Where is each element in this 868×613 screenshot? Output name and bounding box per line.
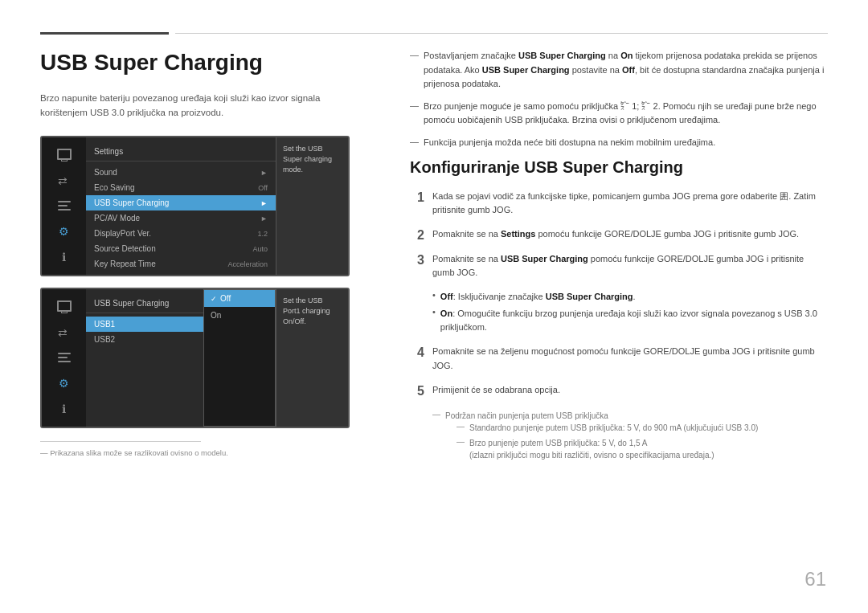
fn-sub-dash-1: — [457,422,465,431]
content-area: USB Super Charging Brzo napunite baterij… [40,49,828,589]
menu-item-value: 1.2 [257,230,268,238]
fn-sub-text-2: Brzo punjenje putem USB priključka: 5 V,… [469,437,714,461]
menu-item-label: Eco Saving [94,183,135,192]
right-column: — Postavljanjem značajke USB Super Charg… [402,49,828,589]
menu-item-label: Key Repeat Time [94,260,156,268]
settings-menu: Settings Sound ► Eco Saving Off USB Supe… [86,137,276,275]
menu-item-value: Acceleration [227,260,268,268]
monitor-mockup-2: ⚙ ℹ USB Super Charging USB1 USB2 [40,288,350,428]
submenu-item-usb2: USB2 [86,332,203,347]
fn-sub-container: — Standardno punjenje putem USB priključ… [457,422,758,461]
gear-icon-2: ⚙ [59,377,69,390]
footnote-section: — Podržan način punjenja putem USB prikl… [432,410,828,464]
monitor-icon-arrows2 [55,325,73,339]
menu-item-value: Off [258,184,268,192]
menu-item-arrow: ► [260,215,268,223]
top-line-dark [40,32,169,35]
footnote-item-1: — Podržan način punjenja putem USB prikl… [432,410,828,464]
fn-sub-dash-2: — [457,437,465,446]
bullet-item-off: • Off: Isključivanje značajke USB Super … [432,290,828,304]
submenu-header: USB Super Charging [86,296,203,313]
note-block-2: — Brzo punjenje moguće je samo pomoću pr… [410,100,828,128]
scroll-arrow: ▼ [86,273,276,276]
step-text-4: Pomaknite se na željenu mogućnost pomoću… [432,345,828,373]
left-column: USB Super Charging Brzo napunite baterij… [40,49,378,589]
footnote-content: Podržan način punjenja putem USB priklju… [445,410,758,464]
menu-hint-2: Set the USB Port1 charging On/Off. [276,289,348,427]
fn-text-main: Podržan način punjenja putem USB priklju… [445,410,758,422]
monitor-icon-gear2: ⚙ [55,376,73,390]
submenu-item-usb1: USB1 [86,317,203,332]
note-text-3: Funkcija punjenja možda neće biti dostup… [424,136,715,150]
bullet-item-on: • On: Omogućite funkciju brzog punjenja … [432,307,828,333]
note-dash-2: — [410,100,419,110]
menu-hint-1: Set the USB Super charging mode. [276,137,348,275]
monitor-icon-gear: ⚙ [55,224,73,239]
menu-item-arrow: ► [260,199,268,207]
step-5: 5 Primijenit će se odabrana opcija. [410,383,828,398]
fn-sub-item-1: — Standardno punjenje putem USB priključ… [457,422,758,434]
step-num-4: 4 [410,345,424,360]
menu-item-usb: USB Super Charging ► [86,195,276,210]
note-block-3: — Funkcija punjenja možda neće biti dost… [410,136,828,150]
bullet-text-off: Off: Isključivanje značajke USB Super Ch… [440,290,636,304]
note-text-1: Postavljanjem značajke USB Super Chargin… [424,49,828,92]
bullet-text-on: On: Omogućite funkciju brzog punjenja ur… [440,307,828,333]
submenu-item-label: USB2 [94,335,115,344]
bars-icon-2 [58,353,71,362]
display-icon-2 [57,300,72,312]
step-text-1: Kada se pojavi vodič za funkcijske tipke… [432,190,828,218]
footnote-image-text: — Prikazana slika može se razlikovati ov… [40,448,378,457]
bullet-block: • Off: Isključivanje značajke USB Super … [432,290,828,334]
step-num-1: 1 [410,190,424,205]
display-icon [57,149,72,160]
monitor-mockup-1: ⚙ ℹ Settings Sound ► Eco Saving Off [40,136,350,276]
menu-item-keyrepeat: Key Repeat Time Acceleration [86,256,276,272]
steps-container: 1 Kada se pojavi vodič za funkcijske tip… [410,190,828,280]
info-icon-2: ℹ [62,403,66,415]
page-title: USB Super Charging [40,49,378,76]
menu-item-arrow: ► [260,169,268,177]
monitor-icon-bars [55,198,73,213]
note-dash: — [410,50,419,59]
intro-text: Brzo napunite bateriju povezanog uređaja… [40,91,330,121]
steps-container-2: 4 Pomaknite se na željenu mogućnost pomo… [410,345,828,398]
step-num-5: 5 [410,384,424,398]
menu-item-label: USB Super Charging [94,198,169,207]
step-num-2: 2 [410,228,424,243]
menu-item-ecosaving: Eco Saving Off [86,180,276,195]
page-container: USB Super Charging Brzo napunite baterij… [0,0,868,613]
menu-item-displayport: DisplayPort Ver. 1.2 [86,226,276,241]
info-icon: ℹ [62,251,66,264]
menu-item-label: Source Detection [94,244,156,253]
footnote-divider [40,441,201,448]
monitor-icon-info2: ℹ [55,402,73,416]
menu-item-value: Auto [252,245,268,253]
step-num-3: 3 [410,253,424,268]
section-title: Konfiguriranje USB Super Charging [410,158,828,177]
note-text-2: Brzo punjenje moguće je samo pomoću prik… [424,100,828,128]
arrows-icon [58,174,71,186]
menu-header: Settings [86,144,276,161]
fn-dash: — [432,410,440,419]
dropdown-panel: ✓ Off On [203,289,276,427]
menu-item-sound: Sound ► [86,165,276,180]
step-4: 4 Pomaknite se na željenu mogućnost pomo… [410,345,828,373]
note-block-1: — Postavljanjem značajke USB Super Charg… [410,49,828,92]
submenu-panel: USB Super Charging USB1 USB2 [86,289,203,427]
arrows-icon-2 [58,326,71,337]
step-text-5: Primijenit će se odabrana opcija. [432,383,560,398]
bullet-dot: • [432,290,436,300]
bars-icon [58,201,71,210]
fn-sub-item-2: — Brzo punjenje putem USB priključka: 5 … [457,437,758,461]
monitor-icon-display [55,147,73,161]
step-2: 2 Pomaknite se na Settings pomoću funkci… [410,227,828,243]
monitor-icon-arrows [55,173,73,187]
monitor-sidebar-1: ⚙ ℹ [42,137,86,275]
menu-item-sourcedetection: Source Detection Auto [86,241,276,256]
menu-item-label: Sound [94,168,117,177]
menu-item-label: PC/AV Mode [94,214,140,223]
top-decoration [40,32,828,35]
submenu-item-label: USB1 [94,320,115,329]
monitor-icon-display2 [55,299,73,313]
